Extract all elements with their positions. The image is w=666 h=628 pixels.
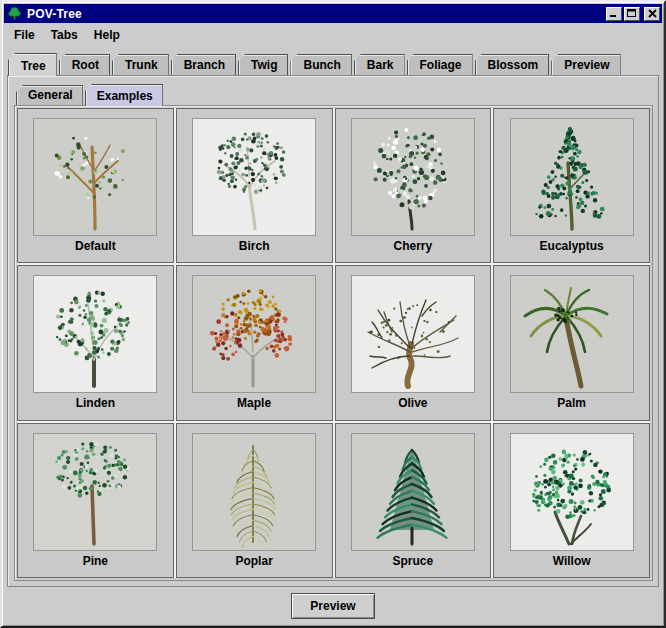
window-title: POV-Tree <box>27 7 606 21</box>
tree-card-cherry[interactable]: Cherry <box>335 108 492 263</box>
minimize-button[interactable] <box>606 7 622 21</box>
tree-label-default: Default <box>75 239 116 253</box>
menubar: FileTabsHelp <box>3 23 663 47</box>
tab-bunch[interactable]: Bunch <box>290 54 351 75</box>
eucalyptus-tree-icon <box>510 118 634 236</box>
tab-root[interactable]: Root <box>59 54 110 75</box>
cherry-tree-icon <box>351 118 475 236</box>
window-controls <box>606 7 660 21</box>
menu-tabs[interactable]: Tabs <box>43 26 86 44</box>
tree-label-spruce: Spruce <box>393 554 434 568</box>
maximize-button[interactable] <box>624 7 640 21</box>
tree-card-poplar[interactable]: Poplar <box>176 423 333 578</box>
tab-tree[interactable]: Tree <box>8 53 57 76</box>
tree-card-olive[interactable]: Olive <box>335 265 492 420</box>
tree-tab-content: GeneralExamples DefaultBirchCherryEucaly… <box>7 75 659 587</box>
tab-preview[interactable]: Preview <box>551 54 620 75</box>
footer: Preview <box>3 587 663 625</box>
tree-label-poplar: Poplar <box>235 554 272 568</box>
tree-label-birch: Birch <box>239 239 270 253</box>
app-window: POV-Tree FileTabsHelp TreeRootTrunkBranc… <box>0 0 666 628</box>
tree-label-pine: Pine <box>83 554 108 568</box>
tree-label-linden: Linden <box>76 396 115 410</box>
tab-bark[interactable]: Bark <box>354 54 405 75</box>
tree-card-default[interactable]: Default <box>17 108 174 263</box>
poplar-tree-icon <box>192 433 316 551</box>
maple-tree-icon <box>192 275 316 393</box>
tree-card-linden[interactable]: Linden <box>17 265 174 420</box>
tree-label-maple: Maple <box>237 396 271 410</box>
main-tab-row: TreeRootTrunkBranchTwigBunchBarkFoliageB… <box>8 53 659 75</box>
examples-panel: DefaultBirchCherryEucalyptusLindenMapleO… <box>14 105 653 581</box>
close-icon <box>648 6 657 21</box>
tree-card-pine[interactable]: Pine <box>17 423 174 578</box>
olive-tree-icon <box>351 275 475 393</box>
tree-label-cherry: Cherry <box>394 239 433 253</box>
examples-grid: DefaultBirchCherryEucalyptusLindenMapleO… <box>17 108 650 578</box>
tree-label-palm: Palm <box>557 396 586 410</box>
tree-card-eucalyptus[interactable]: Eucalyptus <box>493 108 650 263</box>
tab-examples[interactable]: Examples <box>85 84 163 106</box>
titlebar: POV-Tree <box>4 4 662 23</box>
preview-button[interactable]: Preview <box>291 593 374 619</box>
close-button[interactable] <box>644 7 660 21</box>
tab-trunk[interactable]: Trunk <box>112 54 169 75</box>
pine-tree-icon <box>33 433 157 551</box>
tree-card-maple[interactable]: Maple <box>176 265 333 420</box>
tree-card-palm[interactable]: Palm <box>493 265 650 420</box>
tree-label-olive: Olive <box>398 396 427 410</box>
spruce-tree-icon <box>351 433 475 551</box>
tree-card-birch[interactable]: Birch <box>176 108 333 263</box>
menu-file[interactable]: File <box>6 26 43 44</box>
tab-branch[interactable]: Branch <box>171 54 236 75</box>
tab-general[interactable]: General <box>16 85 83 105</box>
willow-tree-icon <box>510 433 634 551</box>
maximize-icon <box>627 6 637 21</box>
sub-tab-row: GeneralExamples <box>16 84 653 105</box>
birch-tree-icon <box>192 118 316 236</box>
default-tree-icon <box>33 118 157 236</box>
tree-logo-icon <box>7 6 23 22</box>
linden-tree-icon <box>33 275 157 393</box>
tree-label-eucalyptus: Eucalyptus <box>540 239 604 253</box>
tab-foliage[interactable]: Foliage <box>407 54 473 75</box>
minimize-icon <box>609 6 619 21</box>
tab-twig[interactable]: Twig <box>238 54 288 75</box>
palm-tree-icon <box>510 275 634 393</box>
tree-card-spruce[interactable]: Spruce <box>335 423 492 578</box>
tab-blossom[interactable]: Blossom <box>475 54 550 75</box>
tree-label-willow: Willow <box>553 554 591 568</box>
menu-help[interactable]: Help <box>86 26 128 44</box>
tree-card-willow[interactable]: Willow <box>493 423 650 578</box>
